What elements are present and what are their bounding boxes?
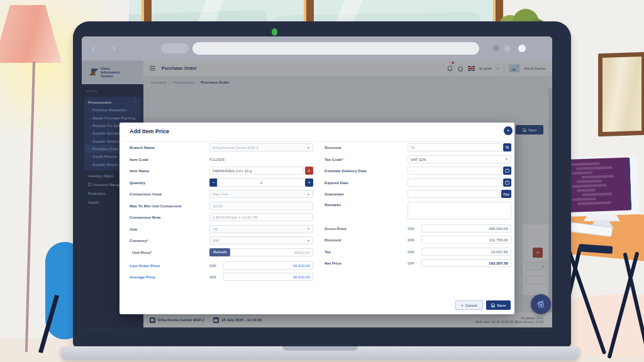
currency-prefix: IDR — [209, 275, 223, 279]
unit-price-input[interactable] — [229, 248, 313, 256]
currency-prefix: IDR — [408, 261, 421, 265]
chevron-down-icon: ▼ — [505, 157, 508, 161]
tax-code-select[interactable]: VAT 11%▼ — [408, 155, 511, 163]
unit-row: Unit TB▼ — [130, 225, 313, 233]
net-price-row: Net Price IDR — [325, 259, 511, 267]
laptop-screen: ‹ › Clinic Information Syst — [82, 36, 552, 331]
currency-select[interactable]: IDR▼ — [209, 236, 313, 244]
quantity-input[interactable] — [217, 178, 306, 187]
illustrated-scene: ‹ › Clinic Information Syst — [0, 0, 644, 362]
guarantee-row: Guarantee Day — [325, 190, 511, 198]
divider — [119, 141, 514, 142]
laptop-base — [60, 346, 580, 360]
currency-prefix: IDR — [408, 226, 421, 231]
calendar-button[interactable] — [503, 178, 511, 187]
save-button[interactable]: Save — [486, 300, 511, 310]
refresh-price-button[interactable]: Refresh — [209, 248, 230, 256]
browser-menu-dot[interactable] — [504, 45, 511, 52]
conversion-note-input[interactable] — [209, 213, 313, 221]
clinic-information-system-app: Clinic Information System MENU Procureme… — [82, 60, 552, 331]
item-code-value: F112029 — [209, 157, 225, 162]
branch-name-row: Branch Name Erha Derma Center BSD 2▼ — [130, 143, 313, 151]
average-price-input[interactable] — [223, 273, 313, 281]
remarks-textarea[interactable] — [408, 202, 511, 219]
browser-tab[interactable] — [161, 43, 189, 53]
quantity-row: Quantity − + — [130, 178, 313, 187]
currency-prefix: IDR — [408, 238, 421, 242]
chevron-down-icon: ▼ — [307, 239, 310, 243]
max-to-min-row: Max To Min Unit Conversion — [130, 202, 313, 210]
cancel-button[interactable]: ×Cancel — [455, 300, 483, 310]
browser-chrome: ‹ › — [82, 36, 552, 60]
chevron-down-icon: ▼ — [307, 192, 310, 196]
guarantee-input[interactable] — [408, 190, 500, 198]
gross-price-input[interactable] — [421, 224, 511, 233]
last-order-price-input[interactable] — [223, 261, 313, 270]
browser-back-button[interactable]: ‹ — [92, 36, 96, 60]
quantity-increase-button[interactable]: + — [305, 178, 313, 187]
max-to-min-input[interactable] — [209, 202, 313, 210]
webcam-dot — [272, 28, 277, 36]
tax-row: Tax IDR — [325, 248, 511, 256]
browser-forward-button[interactable]: › — [112, 36, 116, 60]
browser-address-bar[interactable] — [192, 42, 479, 55]
tax-input[interactable] — [421, 248, 511, 256]
floating-branch-switch-button[interactable] — [531, 294, 551, 314]
unit-select[interactable]: TB▼ — [209, 225, 313, 233]
conversion-note-row: Conversion Note — [130, 213, 313, 221]
item-name-input[interactable] — [209, 167, 304, 175]
browser-menu-dot[interactable] — [518, 45, 526, 52]
modal-title: Add Item Price — [130, 128, 169, 134]
currency-row: Currency* IDR▼ — [130, 236, 313, 244]
conversion-used-select[interactable]: Max Unit▼ — [209, 190, 313, 198]
discount-amount-row: Discount IDR — [325, 236, 511, 244]
gross-price-row: Gross Price IDR — [325, 224, 511, 233]
estimate-delivery-date-row: Estimate Delivery Date — [325, 167, 511, 175]
conversion-used-row: Conversion Used Max Unit▼ — [130, 190, 313, 198]
chevron-down-icon: ▼ — [307, 227, 310, 231]
discount-row: Discount % — [325, 143, 511, 151]
add-item-price-modal: Add Item Price × Branch Name Erha Derma … — [119, 123, 514, 314]
modal-close-button[interactable]: × — [504, 126, 513, 135]
chevron-down-icon: ▼ — [307, 146, 310, 150]
calendar-icon — [505, 180, 509, 185]
close-icon: × — [461, 303, 464, 307]
currency-prefix: IDR — [408, 250, 421, 254]
last-order-price-row: Last Order Price IDR — [130, 261, 313, 270]
item-code-row: Item Code F112029 — [130, 155, 313, 163]
currency-prefix: IDR — [209, 263, 223, 268]
expired-date-row: Expired Date — [325, 178, 511, 187]
floppy-icon — [491, 304, 495, 307]
expired-date-input[interactable] — [408, 178, 502, 187]
calendar-icon — [505, 168, 509, 173]
calendar-button[interactable] — [503, 167, 511, 175]
discount-input[interactable] — [408, 143, 502, 151]
clear-item-button[interactable]: × — [305, 167, 313, 175]
discount-amount-input[interactable] — [421, 236, 511, 244]
guarantee-day-button[interactable]: Day — [501, 190, 511, 198]
building-refresh-icon — [536, 299, 546, 309]
estimate-delivery-date-input[interactable] — [408, 167, 502, 175]
average-price-row: Average Price IDR — [130, 273, 313, 281]
unit-price-row: Unit Price* Refresh — [130, 248, 313, 256]
percent-button[interactable]: % — [503, 143, 511, 151]
item-name-row: Item Name × — [130, 167, 313, 175]
picture-frame — [598, 52, 644, 137]
remarks-row: Remarks — [325, 202, 511, 219]
monitor-screen — [567, 157, 631, 212]
laptop: ‹ › Clinic Information Syst — [73, 21, 571, 348]
browser-menu-dot[interactable] — [493, 45, 499, 52]
net-price-input[interactable] — [421, 259, 511, 267]
monitor — [565, 155, 640, 217]
picture-frame-mat — [602, 57, 641, 132]
tax-code-row: Tax Code* VAT 11%▼ — [325, 155, 511, 163]
branch-name-select[interactable]: Erha Derma Center BSD 2▼ — [209, 143, 313, 151]
